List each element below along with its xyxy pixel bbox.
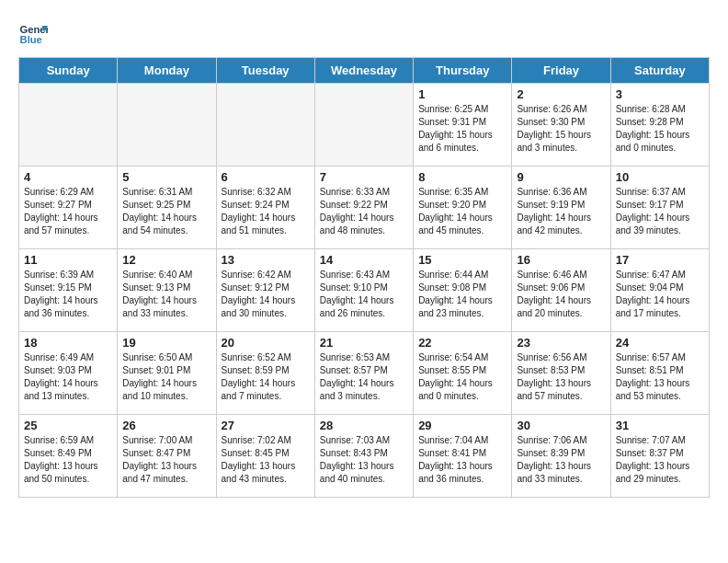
day-info: Sunrise: 6:50 AM Sunset: 9:01 PM Dayligh…	[122, 351, 210, 403]
week-row-3: 11Sunrise: 6:39 AM Sunset: 9:15 PM Dayli…	[19, 249, 710, 332]
calendar-cell: 29Sunrise: 7:04 AM Sunset: 8:41 PM Dayli…	[414, 415, 512, 498]
day-number: 22	[418, 336, 506, 350]
calendar-cell: 27Sunrise: 7:02 AM Sunset: 8:45 PM Dayli…	[216, 415, 314, 498]
day-number: 17	[616, 253, 704, 267]
weekday-sunday: Sunday	[19, 58, 118, 84]
day-number: 20	[222, 336, 310, 350]
calendar-cell: 28Sunrise: 7:03 AM Sunset: 8:43 PM Dayli…	[314, 415, 413, 498]
day-number: 10	[616, 170, 704, 184]
calendar-cell: 2Sunrise: 6:26 AM Sunset: 9:30 PM Daylig…	[512, 84, 610, 167]
calendar-cell	[216, 84, 314, 167]
day-number: 24	[616, 336, 704, 350]
weekday-thursday: Thursday	[414, 58, 512, 84]
calendar-table: SundayMondayTuesdayWednesdayThursdayFrid…	[18, 57, 710, 498]
day-number: 27	[222, 419, 310, 432]
calendar-cell: 19Sunrise: 6:50 AM Sunset: 9:01 PM Dayli…	[118, 332, 216, 415]
day-info: Sunrise: 6:40 AM Sunset: 9:13 PM Dayligh…	[122, 269, 210, 320]
calendar-body: 1Sunrise: 6:25 AM Sunset: 9:31 PM Daylig…	[19, 84, 710, 498]
calendar-cell: 7Sunrise: 6:33 AM Sunset: 9:22 PM Daylig…	[314, 167, 413, 249]
calendar-cell: 10Sunrise: 6:37 AM Sunset: 9:17 PM Dayli…	[610, 167, 709, 249]
calendar-cell: 17Sunrise: 6:47 AM Sunset: 9:04 PM Dayli…	[610, 249, 709, 332]
calendar-cell	[118, 84, 216, 167]
day-number: 14	[320, 253, 408, 267]
calendar-cell	[314, 84, 413, 167]
day-info: Sunrise: 6:29 AM Sunset: 9:27 PM Dayligh…	[24, 186, 112, 237]
day-number: 11	[24, 253, 112, 267]
weekday-wednesday: Wednesday	[314, 58, 413, 84]
day-info: Sunrise: 6:53 AM Sunset: 8:57 PM Dayligh…	[320, 351, 408, 403]
calendar-cell: 8Sunrise: 6:35 AM Sunset: 9:20 PM Daylig…	[414, 167, 512, 249]
logo: General Blue	[18, 18, 51, 48]
day-info: Sunrise: 6:37 AM Sunset: 9:17 PM Dayligh…	[616, 186, 704, 237]
calendar-cell: 20Sunrise: 6:52 AM Sunset: 8:59 PM Dayli…	[216, 332, 314, 415]
day-number: 21	[320, 336, 408, 350]
day-number: 29	[418, 419, 506, 432]
calendar-cell: 25Sunrise: 6:59 AM Sunset: 8:49 PM Dayli…	[19, 415, 118, 498]
week-row-5: 25Sunrise: 6:59 AM Sunset: 8:49 PM Dayli…	[19, 415, 710, 498]
day-info: Sunrise: 6:36 AM Sunset: 9:19 PM Dayligh…	[517, 186, 605, 237]
day-info: Sunrise: 7:07 AM Sunset: 8:37 PM Dayligh…	[616, 434, 704, 486]
day-info: Sunrise: 6:32 AM Sunset: 9:24 PM Dayligh…	[222, 186, 310, 237]
day-number: 30	[517, 419, 605, 432]
day-info: Sunrise: 6:39 AM Sunset: 9:15 PM Dayligh…	[24, 269, 112, 320]
day-number: 26	[122, 419, 210, 432]
day-info: Sunrise: 6:57 AM Sunset: 8:51 PM Dayligh…	[616, 351, 704, 403]
day-info: Sunrise: 6:42 AM Sunset: 9:12 PM Dayligh…	[222, 269, 310, 320]
day-info: Sunrise: 6:35 AM Sunset: 9:20 PM Dayligh…	[418, 186, 506, 237]
day-info: Sunrise: 6:59 AM Sunset: 8:49 PM Dayligh…	[24, 434, 112, 486]
calendar-cell: 1Sunrise: 6:25 AM Sunset: 9:31 PM Daylig…	[414, 84, 512, 167]
logo-icon: General Blue	[18, 18, 48, 48]
day-number: 6	[222, 170, 310, 184]
day-info: Sunrise: 7:03 AM Sunset: 8:43 PM Dayligh…	[320, 434, 408, 486]
day-number: 4	[24, 170, 112, 184]
day-info: Sunrise: 6:56 AM Sunset: 8:53 PM Dayligh…	[517, 351, 605, 403]
day-number: 8	[418, 170, 506, 184]
day-info: Sunrise: 6:46 AM Sunset: 9:06 PM Dayligh…	[517, 269, 605, 320]
calendar-cell: 18Sunrise: 6:49 AM Sunset: 9:03 PM Dayli…	[19, 332, 118, 415]
day-number: 12	[122, 253, 210, 267]
day-number: 18	[24, 336, 112, 350]
calendar-cell: 30Sunrise: 7:06 AM Sunset: 8:39 PM Dayli…	[512, 415, 610, 498]
day-info: Sunrise: 6:49 AM Sunset: 9:03 PM Dayligh…	[24, 351, 112, 403]
day-number: 13	[222, 253, 310, 267]
day-info: Sunrise: 7:02 AM Sunset: 8:45 PM Dayligh…	[222, 434, 310, 486]
week-row-2: 4Sunrise: 6:29 AM Sunset: 9:27 PM Daylig…	[19, 167, 710, 249]
calendar-cell: 11Sunrise: 6:39 AM Sunset: 9:15 PM Dayli…	[19, 249, 118, 332]
calendar-cell: 6Sunrise: 6:32 AM Sunset: 9:24 PM Daylig…	[216, 167, 314, 249]
day-number: 19	[122, 336, 210, 350]
weekday-monday: Monday	[118, 58, 216, 84]
day-info: Sunrise: 6:33 AM Sunset: 9:22 PM Dayligh…	[320, 186, 408, 237]
calendar-cell: 24Sunrise: 6:57 AM Sunset: 8:51 PM Dayli…	[610, 332, 709, 415]
day-number: 23	[517, 336, 605, 350]
day-info: Sunrise: 6:25 AM Sunset: 9:31 PM Dayligh…	[418, 103, 506, 155]
calendar-cell: 23Sunrise: 6:56 AM Sunset: 8:53 PM Dayli…	[512, 332, 610, 415]
day-info: Sunrise: 6:28 AM Sunset: 9:28 PM Dayligh…	[616, 103, 704, 155]
calendar-cell: 13Sunrise: 6:42 AM Sunset: 9:12 PM Dayli…	[216, 249, 314, 332]
weekday-friday: Friday	[512, 58, 610, 84]
calendar-cell: 31Sunrise: 7:07 AM Sunset: 8:37 PM Dayli…	[610, 415, 709, 498]
svg-text:Blue: Blue	[20, 34, 42, 45]
day-number: 15	[418, 253, 506, 267]
day-number: 28	[320, 419, 408, 432]
calendar-cell: 16Sunrise: 6:46 AM Sunset: 9:06 PM Dayli…	[512, 249, 610, 332]
day-number: 7	[320, 170, 408, 184]
day-info: Sunrise: 7:00 AM Sunset: 8:47 PM Dayligh…	[122, 434, 210, 486]
day-info: Sunrise: 7:04 AM Sunset: 8:41 PM Dayligh…	[418, 434, 506, 486]
calendar-cell: 3Sunrise: 6:28 AM Sunset: 9:28 PM Daylig…	[610, 84, 709, 167]
day-info: Sunrise: 6:31 AM Sunset: 9:25 PM Dayligh…	[122, 186, 210, 237]
day-number: 25	[24, 419, 112, 432]
calendar-cell: 15Sunrise: 6:44 AM Sunset: 9:08 PM Dayli…	[414, 249, 512, 332]
day-number: 3	[616, 87, 704, 101]
week-row-1: 1Sunrise: 6:25 AM Sunset: 9:31 PM Daylig…	[19, 84, 710, 167]
calendar-cell: 22Sunrise: 6:54 AM Sunset: 8:55 PM Dayli…	[414, 332, 512, 415]
svg-text:General: General	[20, 24, 48, 35]
day-number: 1	[418, 87, 506, 101]
day-info: Sunrise: 7:06 AM Sunset: 8:39 PM Dayligh…	[517, 434, 605, 486]
page-header: General Blue	[18, 18, 710, 48]
day-number: 2	[517, 87, 605, 101]
calendar-cell	[19, 84, 118, 167]
weekday-saturday: Saturday	[610, 58, 709, 84]
day-number: 9	[517, 170, 605, 184]
day-info: Sunrise: 6:47 AM Sunset: 9:04 PM Dayligh…	[616, 269, 704, 320]
day-number: 31	[616, 419, 704, 432]
